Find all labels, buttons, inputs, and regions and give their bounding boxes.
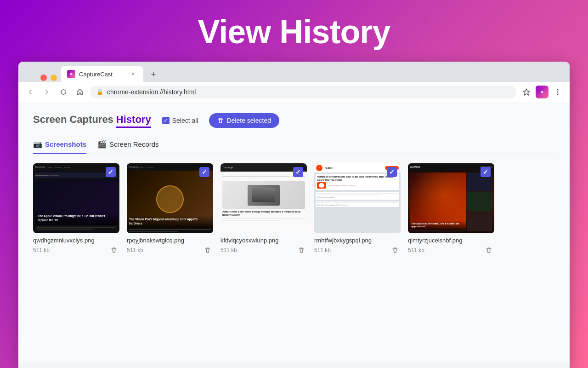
screenshot-size-1: 511 kb: [33, 247, 50, 253]
screenshot-filename-5: qlmtyrzjuceisnbf.png: [408, 237, 494, 244]
tab-screenshots-label: Screenshots: [45, 140, 86, 148]
content-header: Screen Captures History ✓ Select all Del…: [33, 113, 555, 128]
browser-window: CaptureCast × +: [18, 62, 570, 368]
svg-point-2: [557, 89, 559, 91]
toolbar-actions: [520, 86, 564, 98]
tab-screen-records[interactable]: 🎬 Screen Records: [97, 137, 159, 154]
title-screen-captures: Screen Captures: [33, 114, 113, 126]
content-title: Screen Captures History: [33, 114, 151, 128]
active-tab[interactable]: CaptureCast ×: [61, 66, 143, 82]
tab-favicon: [67, 70, 75, 78]
close-button[interactable]: [40, 75, 47, 81]
extension-icon[interactable]: [536, 86, 548, 98]
trash-icon: [217, 117, 224, 124]
screenshot-filename-2: rpoyjbnakswtgicq.png: [127, 237, 213, 244]
screenshot-thumbnail-4[interactable]: r reddit Log In hundreds of subreddits p…: [314, 163, 401, 233]
new-tab-button[interactable]: +: [147, 68, 160, 81]
tab-title: CaptureCast: [79, 71, 126, 78]
select-all-label: Select all: [172, 117, 198, 124]
screenshot-checkbox-5[interactable]: ✓: [481, 167, 491, 177]
screenshot-thumbnail-1[interactable]: TheVerge News Reviews Science: [33, 163, 119, 233]
tab-close-button[interactable]: ×: [130, 70, 137, 78]
bookmark-button[interactable]: [520, 86, 533, 98]
back-button[interactable]: [24, 86, 37, 98]
browser-content: Screen Captures History ✓ Select all Del…: [18, 102, 570, 363]
screenshot-meta-4: 511 kb: [314, 245, 401, 256]
page-title: View History: [198, 13, 390, 51]
video-icon: 🎬: [97, 140, 107, 149]
screenshot-meta-3: 511 kb: [220, 245, 307, 256]
delete-item-button-4[interactable]: [390, 245, 401, 256]
screenshot-thumbnail-5[interactable]: GAMER: [408, 163, 494, 233]
screenshot-size-5: 511 kb: [408, 247, 424, 253]
list-item[interactable]: TheVerge News Reviews The Vision Pro's b…: [127, 163, 213, 256]
screenshot-meta-1: 511 kb: [33, 245, 119, 256]
screenshot-checkbox-1[interactable]: ✓: [106, 167, 116, 177]
delete-selected-label: Delete selected: [226, 117, 271, 124]
screenshot-checkbox-2[interactable]: ✓: [199, 167, 209, 177]
content-tabs-row: 📷 Screenshots 🎬 Screen Records: [33, 137, 555, 154]
url-text: chrome-extension://history.html: [107, 88, 510, 96]
screenshot-meta-5: 511 kb: [408, 245, 494, 256]
screenshot-size-2: 511 kb: [127, 247, 143, 253]
browser-toolbar: 🔒 chrome-extension://history.html: [18, 82, 570, 102]
select-all-checkbox: ✓: [162, 117, 170, 124]
screenshot-thumbnail-2[interactable]: TheVerge News Reviews The Vision Pro's b…: [127, 163, 213, 233]
delete-item-button-5[interactable]: [483, 245, 494, 256]
list-item[interactable]: GAMER: [408, 163, 494, 256]
page-title-area: View History: [0, 0, 588, 62]
screenshot-thumbnail-3[interactable]: The Verge Ank: [220, 163, 307, 233]
screenshot-filename-3: kfdvlqcyosxwiunp.png: [220, 237, 307, 244]
home-button[interactable]: [74, 86, 86, 98]
screenshots-grid: TheVerge News Reviews Science: [33, 163, 555, 256]
delete-item-button-3[interactable]: [296, 245, 307, 256]
list-item[interactable]: TheVerge News Reviews Science: [33, 163, 119, 256]
screenshot-size-3: 511 kb: [220, 247, 237, 253]
list-item[interactable]: The Verge Ank: [220, 163, 307, 256]
browser-chrome: CaptureCast × +: [18, 62, 570, 82]
screenshot-meta-2: 511 kb: [127, 245, 213, 256]
reload-button[interactable]: [57, 86, 70, 98]
delete-selected-button[interactable]: Delete selected: [209, 113, 279, 128]
forward-button[interactable]: [40, 86, 53, 98]
screenshot-checkbox-3[interactable]: ✓: [293, 167, 303, 177]
address-bar[interactable]: 🔒 chrome-extension://history.html: [90, 86, 516, 98]
lock-icon: 🔒: [96, 89, 103, 95]
screenshot-filename-1: qwdhgzmniuvxclys.png: [33, 237, 119, 244]
svg-point-4: [557, 94, 559, 95]
tab-screen-records-label: Screen Records: [109, 140, 159, 148]
title-history: History: [116, 114, 151, 128]
screenshot-size-4: 511 kb: [314, 247, 331, 253]
select-all-button[interactable]: ✓ Select all: [158, 115, 202, 126]
svg-point-3: [557, 92, 559, 93]
screenshot-filename-4: rmhtfwjbxkygspql.png: [314, 237, 401, 244]
minimize-button[interactable]: [51, 75, 57, 81]
tab-screenshots[interactable]: 📷 Screenshots: [33, 137, 86, 154]
list-item[interactable]: r reddit Log In hundreds of subreddits p…: [314, 163, 401, 256]
browser-menu-button[interactable]: [551, 86, 564, 98]
camera-icon: 📷: [33, 140, 42, 149]
delete-item-button-2[interactable]: [202, 245, 213, 256]
tab-bar: CaptureCast × +: [24, 66, 564, 82]
delete-item-button-1[interactable]: [108, 245, 119, 256]
screenshot-checkbox-4[interactable]: ✓: [387, 167, 397, 177]
